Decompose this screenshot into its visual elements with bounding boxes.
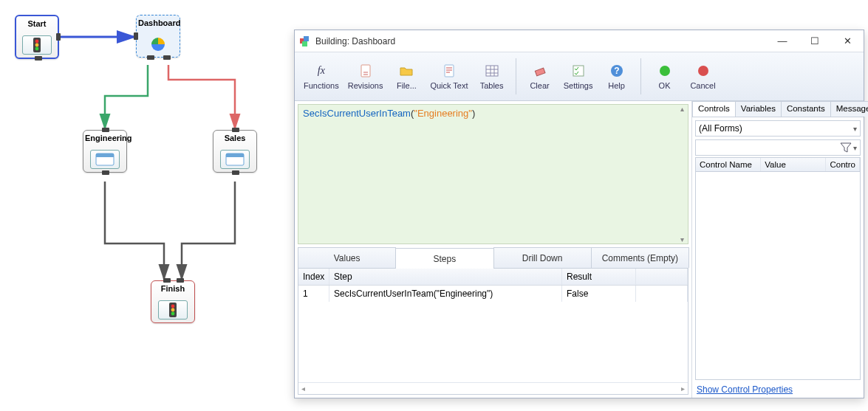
app-icon	[299, 35, 311, 47]
show-control-properties-link[interactable]: Show Control Properties	[692, 381, 864, 398]
functions-button[interactable]: fx Functions	[299, 55, 344, 97]
forms-dropdown[interactable]: (All Forms) ▾	[695, 120, 861, 137]
result-tabs: Values Steps Drill Down Comments (Empty)	[298, 247, 688, 268]
revisions-label: Revisions	[348, 81, 383, 90]
col-result[interactable]: Result	[562, 269, 636, 285]
minimize-button[interactable]: —	[766, 30, 799, 52]
workflow-canvas[interactable]: Start Dashboard Engineering Sales Finish	[0, 0, 295, 411]
grid-header: Index Step Result	[298, 269, 688, 286]
node-start-label: Start	[18, 18, 56, 34]
quicktext-icon	[442, 63, 457, 78]
node-start[interactable]: Start	[15, 15, 59, 59]
svg-rect-5	[96, 153, 114, 157]
cell-index: 1	[298, 286, 329, 302]
tables-button[interactable]: Tables	[473, 55, 511, 97]
ok-dot-icon	[657, 63, 672, 78]
maximize-button[interactable]: ☐	[799, 30, 831, 52]
svg-rect-18	[535, 68, 545, 76]
node-sales[interactable]: Sales	[213, 130, 257, 173]
eraser-icon	[533, 63, 547, 78]
steps-grid: Index Step Result 1 SecIsCurrentUserInTe…	[298, 268, 688, 395]
folder-open-icon	[399, 63, 414, 78]
svg-point-2	[35, 44, 39, 47]
svg-rect-15	[361, 65, 370, 77]
svg-point-1	[35, 40, 39, 44]
ok-button[interactable]: OK	[646, 55, 684, 97]
formula-builder-dialog: Building: Dashboard — ☐ ✕ fx Functions R…	[294, 30, 864, 398]
quicktext-button[interactable]: Quick Text	[426, 55, 472, 97]
svg-rect-7	[226, 153, 244, 157]
tab-controls[interactable]: Controls	[692, 101, 736, 117]
table-row[interactable]: 1 SecIsCurrentUserInTeam("Engineering") …	[298, 286, 688, 302]
side-tabs: Controls Variables Constants Messages	[692, 101, 864, 117]
help-icon: ?	[609, 63, 624, 78]
quicktext-label: Quick Text	[430, 81, 468, 90]
revisions-button[interactable]: Revisions	[344, 55, 388, 97]
clear-label: Clear	[530, 81, 549, 90]
titlebar[interactable]: Building: Dashboard — ☐ ✕	[295, 30, 864, 52]
traffic-light-icon	[158, 300, 188, 320]
svg-rect-13	[304, 36, 309, 41]
clear-button[interactable]: Clear	[521, 55, 559, 97]
cell-step: SecIsCurrentUserInTeam("Engineering")	[329, 286, 562, 302]
node-engineering[interactable]: Engineering	[83, 130, 127, 173]
node-dashboard[interactable]: Dashboard	[136, 15, 180, 58]
svg-rect-17	[486, 66, 498, 76]
ok-label: OK	[659, 81, 671, 90]
chevron-down-icon: ▾	[853, 125, 857, 133]
tab-constants[interactable]: Constants	[781, 101, 831, 117]
settings-button[interactable]: Settings	[559, 55, 598, 97]
checklist-icon	[571, 63, 586, 78]
node-finish-label: Finish	[153, 283, 193, 299]
file-button[interactable]: File...	[387, 55, 426, 97]
tab-drill-down[interactable]: Drill Down	[493, 247, 592, 268]
col-control[interactable]: Contro	[826, 158, 860, 171]
formula-editor[interactable]: SecIsCurrentUserInTeam("Engineering") ▴▾	[298, 104, 688, 244]
svg-point-22	[660, 66, 670, 76]
traffic-light-icon	[22, 35, 52, 55]
controls-grid-body[interactable]	[695, 172, 861, 380]
tab-steps[interactable]: Steps	[395, 248, 493, 269]
cancel-button[interactable]: Cancel	[684, 55, 722, 97]
col-index[interactable]: Index	[298, 269, 329, 285]
svg-point-9	[171, 305, 175, 308]
settings-label: Settings	[564, 81, 593, 90]
workflow-edges	[0, 0, 295, 411]
main-panel: SecIsCurrentUserInTeam("Engineering") ▴▾…	[295, 101, 692, 398]
tab-messages[interactable]: Messages	[830, 101, 868, 117]
show-control-properties-label: Show Control Properties	[697, 384, 793, 395]
col-step[interactable]: Step	[329, 269, 562, 285]
svg-point-3	[35, 47, 39, 51]
forms-dropdown-value: (All Forms)	[699, 123, 742, 134]
col-control-name[interactable]: Control Name	[696, 158, 761, 171]
close-button[interactable]: ✕	[831, 30, 864, 52]
help-label: Help	[608, 81, 625, 90]
ribbon-toolbar: fx Functions Revisions File... Quick Tex…	[295, 52, 864, 101]
chart-pie-icon	[143, 35, 173, 54]
filter-field[interactable]: ▾	[695, 139, 861, 156]
col-extra[interactable]	[636, 269, 688, 285]
side-panel: Controls Variables Constants Messages (A…	[692, 101, 864, 398]
grid-scrollbar[interactable]: ◂▸	[298, 382, 688, 394]
tab-comments[interactable]: Comments (Empty)	[591, 247, 689, 268]
tab-values[interactable]: Values	[298, 247, 396, 268]
table-icon	[485, 63, 499, 78]
svg-text:?: ?	[614, 66, 619, 76]
editor-scrollbar[interactable]: ▴▾	[676, 105, 688, 244]
funnel-icon	[840, 142, 852, 153]
tab-variables[interactable]: Variables	[735, 101, 782, 117]
svg-rect-16	[445, 65, 454, 77]
editor-fn: SecIsCurrentUserInTeam	[303, 108, 411, 119]
svg-point-10	[171, 308, 175, 312]
node-finish[interactable]: Finish	[151, 280, 195, 323]
window-title: Building: Dashboard	[315, 36, 395, 46]
fx-icon: fx	[314, 63, 329, 78]
node-engineering-label: Engineering	[85, 132, 125, 148]
file-label: File...	[397, 81, 417, 90]
editor-arg: "Engineering"	[414, 108, 472, 119]
cancel-label: Cancel	[690, 81, 715, 90]
col-value[interactable]: Value	[761, 158, 826, 171]
chevron-down-icon: ▾	[853, 144, 857, 152]
tables-label: Tables	[480, 81, 504, 90]
help-button[interactable]: ? Help	[598, 55, 636, 97]
